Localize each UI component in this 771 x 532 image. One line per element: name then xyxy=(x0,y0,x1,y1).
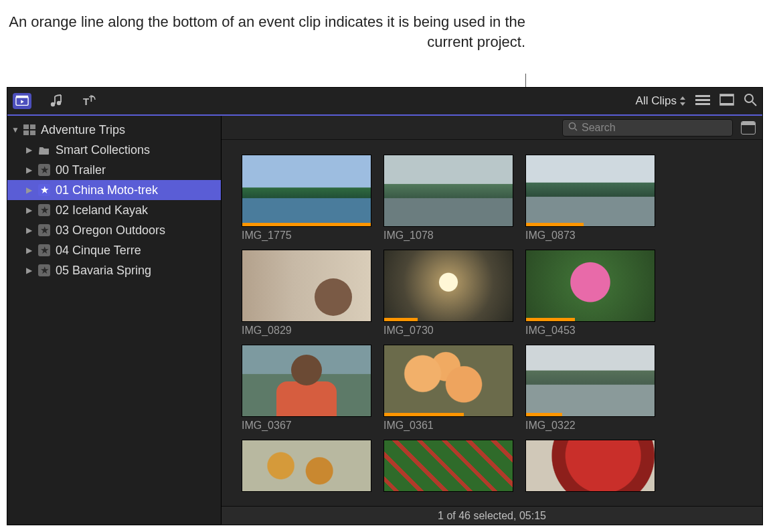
clip-item[interactable]: IMG_0873 xyxy=(525,155,655,244)
disclosure-right-icon[interactable]: ▶ xyxy=(26,246,33,255)
event-star-icon: ★ xyxy=(38,164,50,176)
audio-browser-icon[interactable] xyxy=(46,93,65,109)
search-placeholder: Search xyxy=(582,122,616,134)
used-indicator-bar xyxy=(384,413,464,416)
folder-icon xyxy=(38,144,50,156)
svg-rect-13 xyxy=(720,94,734,96)
browser-header: Search xyxy=(222,116,762,140)
svg-marker-7 xyxy=(680,96,685,100)
clip-filter-dropdown[interactable]: All Clips xyxy=(636,94,686,108)
disclosure-right-icon[interactable]: ▶ xyxy=(26,226,33,235)
clip-thumbnail[interactable] xyxy=(242,440,371,492)
disclosure-right-icon[interactable]: ▶ xyxy=(26,165,33,175)
window-layout-icon[interactable] xyxy=(741,121,756,135)
media-browser-icon[interactable] xyxy=(13,93,31,109)
svg-rect-11 xyxy=(695,103,710,105)
sidebar-item-00-trailer[interactable]: ▶★00 Trailer xyxy=(7,160,221,180)
svg-rect-2 xyxy=(16,96,28,98)
sidebar-item-01-china-moto-trek[interactable]: ▶★01 China Moto-trek xyxy=(7,180,221,200)
clip-thumbnail[interactable] xyxy=(383,345,513,417)
status-text: 1 of 46 selected, 05:15 xyxy=(438,510,546,522)
svg-rect-14 xyxy=(720,103,734,105)
sidebar-item-05-bavaria-spring[interactable]: ▶★05 Bavaria Spring xyxy=(7,260,221,280)
used-indicator-bar xyxy=(242,223,371,226)
clip-thumbnail[interactable] xyxy=(383,155,513,227)
toolbar-left: TT xyxy=(13,93,98,109)
used-indicator-bar xyxy=(526,413,562,416)
list-view-icon[interactable] xyxy=(695,94,710,108)
clip-item[interactable]: IMG_0367 xyxy=(242,345,371,434)
disclosure-down-icon[interactable]: ▼ xyxy=(11,125,18,135)
sidebar-item-label: 01 China Moto-trek xyxy=(56,183,158,197)
used-indicator-bar xyxy=(526,318,575,321)
clip-label: IMG_0873 xyxy=(525,230,655,244)
search-input[interactable]: Search xyxy=(562,119,733,137)
disclosure-right-icon[interactable]: ▶ xyxy=(26,185,33,195)
svg-rect-18 xyxy=(30,124,35,129)
sidebar-item-smart-collections[interactable]: ▶Smart Collections xyxy=(7,140,221,160)
svg-line-22 xyxy=(575,128,577,130)
clip-item[interactable]: IMG_0322 xyxy=(525,345,655,434)
disclosure-right-icon[interactable]: ▶ xyxy=(26,266,33,275)
clip-item[interactable]: IMG_0730 xyxy=(383,250,513,339)
event-star-icon: ★ xyxy=(38,224,50,236)
svg-rect-20 xyxy=(30,130,35,135)
clip-item[interactable]: IMG_0361 xyxy=(383,345,513,434)
svg-rect-17 xyxy=(23,124,29,129)
clip-label: IMG_0322 xyxy=(525,420,655,434)
titles-browser-icon[interactable]: TT xyxy=(80,93,98,109)
clip-label: IMG_1078 xyxy=(383,230,513,244)
sidebar-item-label: 03 Oregon Outdoors xyxy=(56,224,165,238)
sidebar-item-04-cinque-terre[interactable]: ▶★04 Cinque Terre xyxy=(7,240,221,260)
used-indicator-bar xyxy=(526,223,584,226)
clip-thumbnail[interactable] xyxy=(383,250,513,322)
clip-label: IMG_0453 xyxy=(525,325,655,339)
clip-thumbnail[interactable] xyxy=(242,155,371,227)
event-star-icon: ★ xyxy=(38,204,50,216)
clip-label: IMG_0367 xyxy=(242,420,371,434)
clip-thumbnail[interactable] xyxy=(525,440,655,492)
sidebar-item-03-oregon-outdoors[interactable]: ▶★03 Oregon Outdoors xyxy=(7,220,221,240)
disclosure-right-icon[interactable]: ▶ xyxy=(26,145,33,155)
clip-label: IMG_0730 xyxy=(383,325,513,339)
clip-item[interactable]: IMG_0453 xyxy=(525,250,655,339)
clip-item[interactable] xyxy=(242,440,371,506)
clip-browser: Search IMG_1775IMG_1078IMG_0873IMG_0829I… xyxy=(222,116,762,525)
sidebar-item-02-iceland-kayak[interactable]: ▶★02 Iceland Kayak xyxy=(7,200,221,220)
clip-label xyxy=(383,495,513,506)
event-star-icon: ★ xyxy=(38,264,50,276)
svg-rect-10 xyxy=(695,99,710,101)
used-indicator-bar xyxy=(384,318,418,321)
svg-rect-9 xyxy=(695,95,710,97)
app-body: ▼ Adventure Trips ▶Smart Collections▶★00… xyxy=(7,116,762,525)
svg-point-21 xyxy=(570,123,576,129)
clip-thumbnail[interactable] xyxy=(383,440,513,492)
clip-item[interactable]: IMG_1775 xyxy=(242,155,371,244)
event-star-icon: ★ xyxy=(38,244,50,256)
annotation-text: An orange line along the bottom of an ev… xyxy=(0,12,525,52)
clip-item[interactable]: IMG_1078 xyxy=(383,155,513,244)
event-star-icon: ★ xyxy=(38,184,50,196)
clip-item[interactable] xyxy=(525,440,655,506)
clip-label: IMG_0361 xyxy=(383,420,513,434)
library-icon xyxy=(23,124,35,136)
filmstrip-view-icon[interactable] xyxy=(719,94,734,109)
clip-thumbnail[interactable] xyxy=(525,250,655,322)
clip-thumbnail[interactable] xyxy=(525,345,655,417)
clip-thumbnail[interactable] xyxy=(242,250,371,322)
clip-thumbnail[interactable] xyxy=(525,155,655,227)
sidebar-item-label: 02 Iceland Kayak xyxy=(56,203,148,217)
svg-line-16 xyxy=(752,102,756,106)
clip-item[interactable]: IMG_0829 xyxy=(242,250,371,339)
clip-item[interactable] xyxy=(383,440,513,506)
clip-thumbnail[interactable] xyxy=(242,345,371,417)
clip-label: IMG_1775 xyxy=(242,230,371,244)
status-bar: 1 of 46 selected, 05:15 xyxy=(222,506,762,525)
disclosure-right-icon[interactable]: ▶ xyxy=(26,205,33,215)
sidebar-item-label: 04 Cinque Terre xyxy=(56,244,141,258)
search-toggle-icon[interactable] xyxy=(744,93,757,110)
search-icon xyxy=(568,122,578,133)
svg-marker-8 xyxy=(680,102,685,106)
toolbar: TT All Clips xyxy=(7,88,762,116)
library-root[interactable]: ▼ Adventure Trips xyxy=(7,120,221,140)
